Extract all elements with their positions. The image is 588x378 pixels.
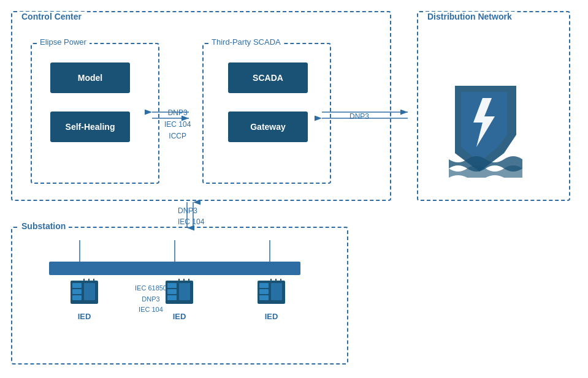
protocol-dnp3: DNP3 xyxy=(168,108,188,117)
model-label: Model xyxy=(78,73,102,83)
svg-rect-23 xyxy=(167,289,177,294)
svg-rect-30 xyxy=(259,283,269,288)
protocol-mid-label: DNP3 IEC 104 ICCP xyxy=(164,107,191,143)
diagram-container: Control Center Elipse Power Model Self-H… xyxy=(0,0,588,378)
scada-label: SCADA xyxy=(253,73,283,83)
svg-rect-25 xyxy=(179,283,190,300)
svg-rect-22 xyxy=(167,283,177,288)
dnp3-right: DNP3 xyxy=(349,112,369,121)
protocol-iccp: ICCP xyxy=(169,132,186,140)
scada-box: Third-Party SCADA SCADA Gateway xyxy=(202,43,331,184)
svg-rect-14 xyxy=(72,283,82,288)
gateway-label: Gateway xyxy=(250,122,286,132)
elipse-power-label: Elipse Power xyxy=(37,37,90,47)
ied-3-icon xyxy=(254,276,288,309)
dist-network-label: Distribution Network xyxy=(424,12,515,21)
iec104-vertical: IEC 104 xyxy=(178,217,204,226)
svg-rect-17 xyxy=(84,283,95,300)
ied-2-label: IED xyxy=(173,312,186,321)
substation-label: Substation xyxy=(18,221,69,231)
ied-1-icon xyxy=(67,276,101,309)
svg-rect-33 xyxy=(271,283,282,300)
elipse-power-box: Elipse Power Model Self-Healing xyxy=(31,43,159,184)
svg-rect-31 xyxy=(259,289,269,294)
control-center-label: Control Center xyxy=(18,12,85,21)
svg-rect-16 xyxy=(72,295,82,300)
substation-box: Substation IEC 61850 DNP3 IEC 104 IED xyxy=(11,227,348,365)
distribution-network-box: Distribution Network xyxy=(417,11,570,201)
bus-bar xyxy=(49,262,300,275)
ied-3-label: IED xyxy=(265,312,278,321)
scada-block: SCADA xyxy=(228,62,308,93)
control-center-box: Control Center Elipse Power Model Self-H… xyxy=(11,11,391,201)
protocol-iec104: IEC 104 xyxy=(164,120,191,129)
protocol-right-label: DNP3 xyxy=(349,112,369,121)
scada-box-label: Third-Party SCADA xyxy=(208,37,284,47)
ied-1-label: IED xyxy=(78,312,91,321)
gateway-block: Gateway xyxy=(228,112,308,142)
svg-rect-32 xyxy=(259,295,269,300)
ied-2-group: IED xyxy=(162,276,196,321)
ied-2-icon xyxy=(162,276,196,309)
dnp3-vertical: DNP3 xyxy=(178,206,197,215)
self-healing-block: Self-Healing xyxy=(50,112,130,142)
svg-rect-15 xyxy=(72,289,82,294)
distribution-network-icon xyxy=(437,61,535,180)
ied-1-group: IED xyxy=(67,276,101,321)
protocol-vertical-label: DNP3 IEC 104 xyxy=(178,205,204,227)
ied-3-group: IED xyxy=(254,276,288,321)
svg-rect-24 xyxy=(167,295,177,300)
self-healing-label: Self-Healing xyxy=(66,122,115,132)
model-block: Model xyxy=(50,62,130,93)
